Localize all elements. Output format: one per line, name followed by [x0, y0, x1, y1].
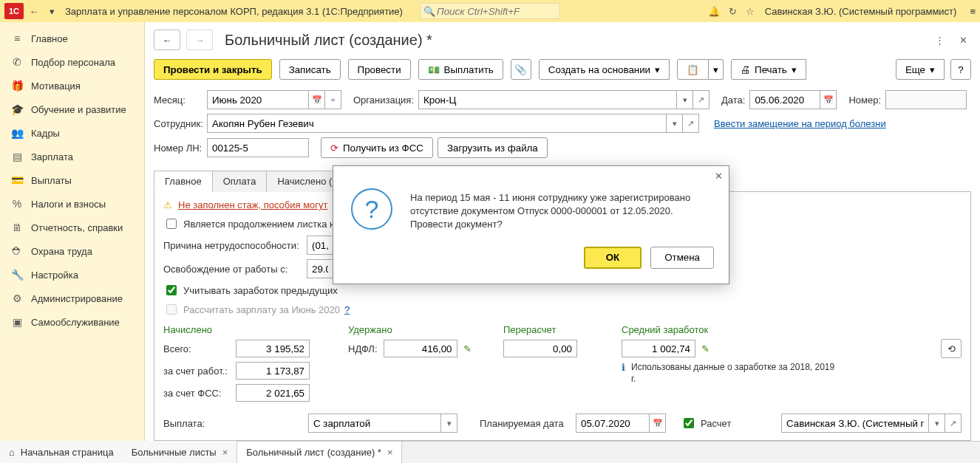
dropdown-icon[interactable]: ▾ — [441, 414, 457, 433]
star-icon[interactable]: ☆ — [746, 6, 755, 17]
recalc-input[interactable] — [503, 340, 577, 357]
paperclip-icon: 📎 — [514, 64, 527, 75]
footer-tabbar: ⌂Начальная страница Больничные листы× Бо… — [0, 441, 980, 463]
load-file-button[interactable]: Загрузить из файла — [438, 137, 548, 158]
back-arrow-icon[interactable]: ← — [27, 4, 41, 18]
sidebar-item-safety[interactable]: ⛑Охрана труда — [0, 239, 144, 263]
phone-icon: ✆ — [10, 56, 24, 68]
get-fss-button[interactable]: ⟳ Получить из ФСС — [321, 137, 433, 158]
edit-icon[interactable]: ✎ — [701, 343, 710, 354]
attach-button[interactable]: 📎 — [511, 59, 531, 80]
open-icon[interactable]: ↗ — [683, 114, 699, 133]
prev-earnings-checkbox[interactable] — [166, 285, 177, 295]
sidebar-item-admin[interactable]: ⚙Администрирование — [0, 287, 144, 310]
history-icon[interactable]: ↻ — [729, 6, 737, 17]
calendar-icon[interactable]: 📅 — [650, 414, 666, 433]
copy-button[interactable]: 📋 — [677, 59, 709, 80]
reason-input[interactable] — [307, 236, 333, 255]
calendar-icon[interactable]: 📅 — [820, 90, 837, 109]
sidebar-item-motivation[interactable]: 🎁Мотивация — [0, 74, 144, 97]
sidebar-item-taxes[interactable]: %Налоги и взносы — [0, 192, 144, 216]
sidebar-item-self[interactable]: ▣Самообслуживание — [0, 310, 144, 334]
avg-input[interactable] — [622, 340, 695, 357]
sidebar-item-label: Самообслуживание — [31, 317, 120, 328]
dropdown-icon[interactable]: ▾ — [929, 414, 945, 433]
post-button[interactable]: Провести — [348, 59, 411, 80]
pay-select[interactable] — [308, 414, 441, 433]
date-input[interactable] — [749, 90, 820, 109]
money-icon: 💵 — [428, 64, 440, 75]
close-icon[interactable]: × — [222, 447, 228, 458]
warning-link[interactable]: Не заполнен стаж, пособия могут — [178, 199, 328, 210]
calendar-icon[interactable]: 📅 — [309, 90, 325, 109]
total-input[interactable] — [236, 340, 310, 357]
cancel-button[interactable]: Отмена — [650, 247, 714, 269]
help-button[interactable]: ? — [950, 59, 971, 80]
chevron-down-icon: ▾ — [655, 64, 660, 75]
continuation-checkbox[interactable] — [166, 219, 177, 229]
absence-input[interactable] — [307, 259, 333, 278]
print-button[interactable]: 🖨 Печать ▾ — [731, 59, 806, 80]
calc-checkbox[interactable] — [684, 418, 694, 428]
open-icon[interactable]: ↗ — [693, 90, 710, 109]
dropdown-icon[interactable]: ▾ — [677, 90, 693, 109]
refresh-button[interactable]: ⟲ — [941, 339, 962, 358]
sidebar-item-hiring[interactable]: ✆Подбор персонала — [0, 50, 144, 74]
post-close-button[interactable]: Провести и закрыть — [154, 59, 272, 80]
emp-input[interactable] — [207, 114, 667, 133]
toolbar: Провести и закрыть Записать Провести 💵Вы… — [145, 55, 980, 87]
create-based-button[interactable]: Создать на основании ▾ — [539, 59, 670, 80]
sidebar-item-main[interactable]: ≡Главное — [0, 27, 144, 50]
more-button[interactable]: Еще ▾ — [896, 59, 945, 80]
dropdown-icon[interactable]: ▾ — [667, 114, 683, 133]
nav-back-button[interactable]: ← — [154, 30, 180, 50]
org-input[interactable] — [418, 90, 677, 109]
num-input[interactable] — [885, 90, 967, 109]
emp-part-label: за счет работ.: — [163, 366, 230, 377]
stepper-icon[interactable]: ÷ — [325, 90, 341, 109]
open-icon[interactable]: ↗ — [945, 414, 962, 433]
ok-button[interactable]: ОК — [584, 247, 642, 269]
copy-icon: 📋 — [687, 64, 699, 75]
burger-icon[interactable]: ≡ — [970, 6, 976, 17]
sidebar-item-reports[interactable]: 🗎Отчетность, справки — [0, 216, 144, 239]
emp-part-input[interactable] — [236, 362, 310, 380]
footer-home-tab[interactable]: ⌂Начальная страница — [0, 441, 123, 463]
bell-icon[interactable]: 🔔 — [708, 6, 720, 17]
pay-button[interactable]: 💵Выплатить — [418, 59, 503, 80]
sidebar-item-hr[interactable]: 👥Кадры — [0, 121, 144, 145]
sidebar-item-salary[interactable]: ▤Зарплата — [0, 145, 144, 168]
nav-forward-button[interactable]: → — [186, 30, 213, 50]
ndfl-input[interactable] — [384, 340, 457, 357]
sidebar-item-label: Обучение и развитие — [31, 104, 126, 115]
fss-part-input[interactable] — [236, 384, 310, 402]
plan-date-input[interactable] — [576, 414, 650, 433]
global-search-input[interactable] — [420, 3, 560, 19]
substitute-link[interactable]: Ввести замещение на период болезни — [714, 118, 886, 129]
user-name[interactable]: Савинская З.Ю. (Системный программист) — [765, 6, 957, 17]
calc-help-link[interactable]: ? — [344, 304, 350, 315]
dialog-close-icon[interactable]: ✕ — [715, 171, 723, 182]
sidebar-item-education[interactable]: 🎓Обучение и развитие — [0, 97, 144, 121]
copy-caret[interactable]: ▾ — [709, 59, 724, 80]
sidebar-item-label: Налоги и взносы — [31, 199, 106, 210]
footer-doc-tab[interactable]: Больничный лист (создание) *× — [237, 441, 402, 463]
responsible-input[interactable] — [781, 414, 929, 433]
footer-list-tab[interactable]: Больничные листы× — [123, 441, 237, 463]
ln-input[interactable] — [207, 138, 309, 157]
printer-icon: 🖨 — [741, 64, 750, 75]
kebab-icon[interactable]: ⋮ — [931, 32, 947, 48]
ndfl-label: НДФЛ: — [348, 343, 378, 354]
sidebar-item-payments[interactable]: 💳Выплаты — [0, 168, 144, 192]
sidebar-item-label: Настройка — [31, 270, 78, 281]
tab-payment[interactable]: Оплата — [212, 171, 268, 192]
save-button[interactable]: Записать — [279, 59, 341, 80]
tab-main[interactable]: Главное — [154, 171, 213, 192]
edit-icon[interactable]: ✎ — [463, 343, 472, 354]
close-icon[interactable]: ✕ — [955, 32, 971, 48]
sidebar-item-settings[interactable]: 🔧Настройка — [0, 263, 144, 287]
month-input[interactable] — [207, 90, 309, 109]
sidebar-item-label: Мотивация — [31, 80, 81, 92]
close-icon[interactable]: × — [387, 447, 393, 458]
dropdown-icon[interactable]: ▾ — [44, 4, 59, 18]
